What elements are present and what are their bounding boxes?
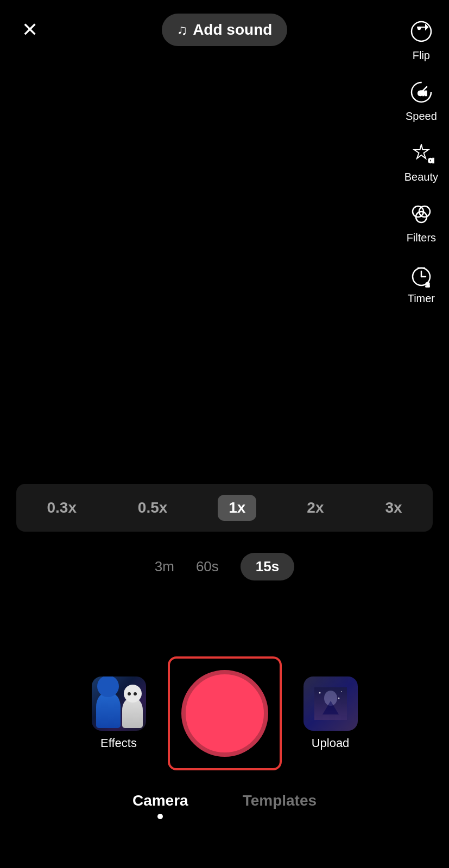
flip-control[interactable]: Flip [406,16,437,62]
beauty-label: Beauty [404,171,438,183]
bottom-nav: Camera Templates [0,776,449,868]
bottom-controls: Effects U [0,656,449,770]
svg-point-5 [420,91,422,94]
record-button[interactable] [181,670,268,757]
add-sound-button[interactable]: ♫ Add sound [162,14,288,46]
filters-label: Filters [407,232,436,244]
music-icon: ♫ [177,22,188,39]
svg-point-20 [338,698,339,699]
upload-thumbnail [303,676,358,731]
top-bar: ✕ ♫ Add sound [0,0,449,60]
speed-2x[interactable]: 2x [296,495,334,521]
beauty-icon: OFF [406,138,437,168]
upload-thumbnail-image [314,687,347,720]
speed-1x[interactable]: 1x [218,495,256,521]
duration-selector: 3m 60s 15s [0,553,449,580]
flip-icon [406,16,437,47]
close-icon: ✕ [22,20,38,40]
speed-control[interactable]: ON Speed [406,77,437,123]
speed-selector: 0.3x 0.5x 1x 2x 3x [16,484,433,532]
nav-camera-dot [157,814,163,819]
speed-label: Speed [406,110,437,123]
speed-0.5x[interactable]: 0.5x [127,495,179,521]
svg-point-1 [418,27,420,29]
speed-0.3x[interactable]: 0.3x [36,495,87,521]
effects-label: Effects [100,736,137,750]
upload-button[interactable]: Upload [303,676,358,750]
record-button-container[interactable] [168,656,282,770]
close-button[interactable]: ✕ [16,16,43,43]
camera-view [0,0,449,684]
upload-label: Upload [312,736,350,750]
beauty-control[interactable]: OFF Beauty [404,138,438,183]
speed-3x[interactable]: 3x [374,495,413,521]
filters-control[interactable]: Filters [406,199,437,244]
timer-control[interactable]: 3 Timer [406,259,437,305]
timer-label: Timer [408,292,435,305]
speed-icon: ON [406,77,437,107]
duration-60s[interactable]: 60s [196,558,219,575]
timer-icon: 3 [406,259,437,290]
nav-camera[interactable]: Camera [132,792,188,819]
svg-point-0 [412,22,431,41]
nav-camera-label: Camera [132,792,188,809]
nav-templates-label: Templates [243,792,317,809]
flip-label: Flip [413,49,430,62]
svg-text:3: 3 [426,281,429,288]
duration-15s[interactable]: 15s [241,553,294,580]
svg-point-18 [319,692,320,694]
effects-button[interactable]: Effects [92,676,146,750]
svg-text:OFF: OFF [428,158,434,164]
duration-3m[interactable]: 3m [155,558,174,575]
nav-templates[interactable]: Templates [243,792,317,809]
right-controls: Flip ON Speed OFF Beauty [404,16,438,305]
filters-icon [406,199,437,229]
effects-thumbnail [92,676,146,731]
svg-point-19 [341,691,342,692]
add-sound-label: Add sound [193,21,272,39]
